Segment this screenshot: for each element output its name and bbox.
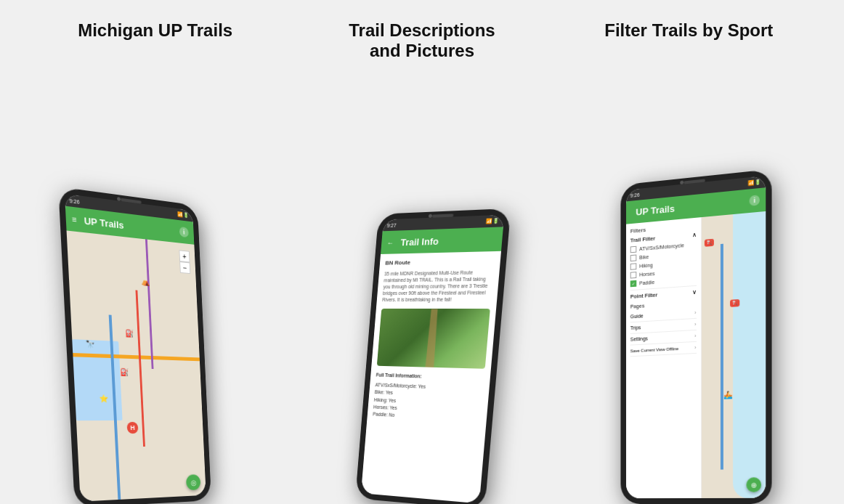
back-icon[interactable]: ← (387, 238, 394, 246)
phone-center-wrapper: 9:27 📶🔋 ← Trail Info BN Route 35 mile MD… (356, 208, 511, 504)
map-right-side: ⛽ ⛽ 🚣 ⊕ (701, 211, 766, 498)
checkbox-bike[interactable] (630, 255, 637, 262)
info-icon-left[interactable]: i (179, 227, 189, 237)
full-info-text: ATV/SxS/Motorcycle: Yes Bike: Yes Hiking… (373, 381, 484, 424)
water-right (733, 211, 766, 498)
phone-left-body: 9:26 📶🔋 ≡ UP Trails i (58, 187, 211, 504)
kayak-icon: 🚣 (723, 391, 732, 399)
status-time-center: 9:27 (387, 222, 397, 227)
trail-info-content: BN Route 35 mile MDNR Designated Multi-U… (361, 251, 501, 504)
phones-row: 9:26 📶🔋 ≡ UP Trails i (0, 68, 844, 504)
phone-right-body: 9:26 📶🔋 UP Trails i Filters (620, 169, 771, 504)
map-fab-right[interactable]: ⊕ (746, 477, 761, 492)
phone-center-app-bar: ← Trail Info (381, 227, 504, 254)
checkbox-hiking[interactable] (630, 263, 637, 269)
heading-right: Filter Trails by Sport (556, 20, 822, 61)
filter-panel: Filters Trail Filter ∧ ATV/SxS/Motorcycl… (626, 217, 702, 498)
trail-filter-label: Trail Filter (630, 235, 655, 244)
road-purple-v (146, 239, 155, 369)
status-time-left: 9:26 (70, 198, 80, 204)
phone-right-wrapper: 9:26 📶🔋 UP Trails i Filters (620, 169, 771, 504)
label-horses: Horses (639, 271, 654, 277)
chevron-settings: › (694, 333, 697, 339)
trail-image (377, 309, 490, 369)
chevron-offline: › (694, 344, 697, 351)
fuel-icon-1: ⛽ (125, 329, 134, 338)
label-hiking: Hiking (639, 263, 653, 269)
page-item-offline[interactable]: Save Current View Offline › (630, 342, 697, 357)
chevron-guide: › (694, 309, 697, 316)
zoom-out-btn[interactable]: − (179, 261, 190, 274)
page-label-guide: Guide (630, 313, 644, 319)
status-time-right: 9:26 (630, 192, 640, 198)
phone-left-wrapper: 9:26 📶🔋 ≡ UP Trails i (58, 187, 211, 504)
trail-path-visual (419, 309, 445, 367)
phone-center-screen: 9:27 📶🔋 ← Trail Info BN Route 35 mile MD… (361, 215, 504, 504)
phone-left-camera (117, 197, 121, 201)
full-info-title: Full Trail Information: (376, 372, 485, 383)
fuel-marker-2: ⛽ (730, 299, 739, 307)
fuel-marker-1: ⛽ (705, 239, 714, 247)
info-icon-right[interactable]: i (749, 195, 759, 206)
point-filter-label: Point Filter (630, 292, 658, 300)
status-icons-right: 📶🔋 (747, 179, 761, 187)
road-red-v (136, 290, 145, 447)
checkbox-atv[interactable] (630, 246, 637, 253)
pages-section: Pages Guide › Trips › Set (630, 300, 697, 357)
filter-content: Filters Trail Filter ∧ ATV/SxS/Motorcycl… (626, 211, 766, 498)
page-label-trips: Trips (630, 325, 641, 330)
zoom-in-btn[interactable]: + (179, 250, 190, 262)
fuel-icon-2: ⛽ (121, 368, 129, 376)
h-marker: H (127, 422, 139, 434)
phone-center-body: 9:27 📶🔋 ← Trail Info BN Route 35 mile MD… (356, 208, 511, 504)
hamburger-icon[interactable]: ≡ (72, 214, 77, 224)
collapse-icon[interactable]: ∧ (692, 232, 697, 239)
heading-center: Trail Descriptions and Pictures (288, 20, 555, 61)
phone-right-screen: 9:26 📶🔋 UP Trails i Filters (626, 176, 766, 498)
camp-icon: ⛺ (141, 277, 150, 286)
point-filter-collapse[interactable]: ∨ (692, 289, 697, 296)
trail-full-info: Full Trail Information: ATV/SxS/Motorcyc… (373, 372, 484, 424)
route-label: BN Route (386, 257, 495, 266)
binoculars-icon: 🔭 (86, 340, 95, 349)
checkbox-horses[interactable] (630, 272, 637, 278)
headings-row: Michigan UP Trails Trail Descriptions an… (0, 0, 844, 68)
phone-left-screen: 9:26 📶🔋 ≡ UP Trails i (65, 194, 206, 502)
route-line-right (721, 243, 723, 470)
map-fab-left[interactable]: ◎ (186, 474, 200, 490)
heading-left: Michigan UP Trails (22, 20, 288, 61)
app-title-center: Trail Info (400, 234, 497, 248)
label-paddle: Paddle (639, 280, 654, 285)
label-bike: Bike (639, 254, 649, 260)
star-icon: ⭐ (100, 394, 108, 402)
chevron-trips: › (694, 321, 697, 328)
label-atv: ATV/SxS/Motorcycle (639, 243, 684, 251)
page-container: Michigan UP Trails Trail Descriptions an… (0, 0, 844, 504)
zoom-controls: + − (179, 250, 191, 274)
trail-description: 35 mile MDNR Designated Multi-Use Route … (382, 269, 494, 304)
checkbox-paddle[interactable]: ✓ (630, 280, 637, 287)
page-label-settings: Settings (630, 336, 648, 342)
map-left: ⛺ 🔭 ⛽ ⛽ ⭐ H + − ◎ (67, 230, 206, 501)
point-filter-header: Point Filter ∨ (630, 289, 697, 300)
page-label-offline: Save Current View Offline (630, 346, 678, 353)
status-icons-center: 📶🔋 (486, 218, 500, 224)
point-filter-section: Point Filter ∨ (630, 285, 697, 300)
status-icons-left: 📶🔋 (177, 211, 189, 219)
